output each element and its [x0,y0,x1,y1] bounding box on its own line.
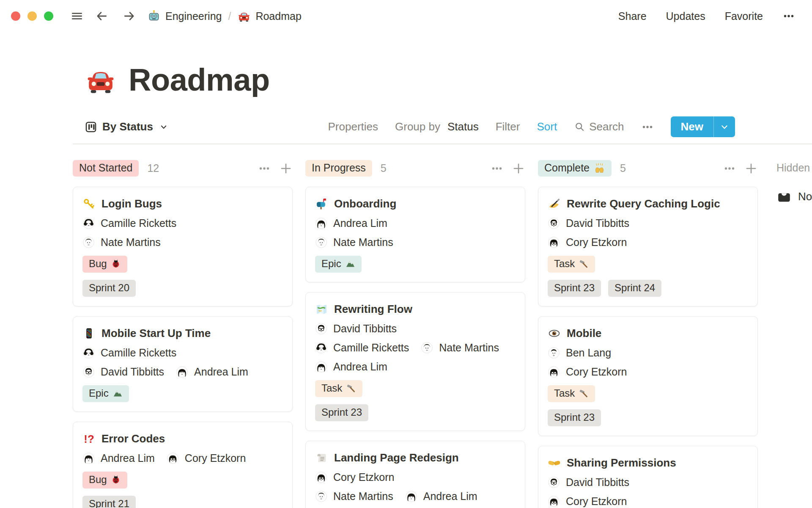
mountain-icon [112,388,123,398]
avatar-cory [548,236,560,248]
view-switcher[interactable]: By Status [85,120,168,133]
card[interactable]: !?Error CodesAndrea LimCory EtzkornBugSp… [73,422,293,508]
card-tag-row: Sprint 23 [548,409,748,426]
person-name: Nate Martins [101,236,161,248]
breadcrumb: Engineering / Roadmap [147,9,302,23]
column-status-badge[interactable]: In Progress [305,160,372,177]
hidden-group-no-status[interactable]: No Status [776,189,812,204]
search-label: Search [589,120,624,133]
person-name: Camille Ricketts [333,342,409,354]
more-options-icon[interactable] [782,10,795,22]
card[interactable]: Landing Page RedesignCory EtzkornNate Ma… [305,441,525,508]
car-icon[interactable] [85,64,117,96]
close-window-button[interactable] [11,11,20,21]
sidebar-menu-icon[interactable] [66,9,88,23]
phone-icon [82,327,96,340]
avatar-david [548,217,560,229]
card-title-row: Mobile [548,327,748,340]
column-cards: OnboardingAndrea LimNate MartinsEpicRewr… [305,187,525,508]
sort-button[interactable]: Sort [537,120,557,133]
card[interactable]: MobileBen LangCory EtzkornTaskSprint 23 [538,316,758,436]
card[interactable]: Rewriting FlowDavid TibbittsCamille Rick… [305,292,525,431]
tag-label: Sprint 23 [554,282,595,294]
ellipsis-icon [258,162,271,175]
card-title: Sharing Permissions [567,456,676,469]
chevron-down-icon [719,122,730,132]
card[interactable]: Sharing PermissionsDavid TibbittsCory Et… [538,446,758,508]
tag-label: Bug [89,474,107,486]
mailbox-icon [315,197,328,210]
tag-label: Sprint 20 [89,282,129,294]
column-status-badge[interactable]: Complete [538,160,612,177]
card-tag-row: Sprint 21 [82,496,283,508]
breadcrumb-workspace[interactable]: Engineering [147,9,222,23]
person-name: Nate Martins [333,236,393,248]
minimize-window-button[interactable] [27,11,37,21]
tag: Sprint 24 [608,280,661,297]
ladybug-icon [111,475,121,485]
page-header: Roadmap [85,63,812,97]
updates-button[interactable]: Updates [666,10,705,22]
person-name: Andrea Lim [333,217,387,229]
ellipsis-icon [491,162,503,175]
card-people-row: Andrea Lim [315,217,516,229]
key-icon [82,197,96,210]
column-status-badge[interactable]: Not Started [73,160,139,177]
page-title[interactable]: Roadmap [129,63,270,97]
filter-button[interactable]: Filter [496,120,520,133]
card-title-row: Sharing Permissions [548,456,748,469]
new-button-label[interactable]: New [671,116,713,137]
group-by-button[interactable]: Group byStatus [395,120,479,133]
column-menu-button[interactable] [723,162,736,175]
tag: Bug [82,256,127,273]
card-tag-row: Sprint 23Sprint 24 [548,280,748,297]
column-menu-button[interactable] [491,162,503,175]
chevron-down-icon [159,122,168,132]
card-people-row: Ben Lang [548,347,748,359]
person: Cory Etzkorn [315,471,394,483]
back-icon[interactable] [91,9,112,23]
search-button[interactable]: Search [574,120,624,133]
person: Nate Martins [315,490,393,502]
card-tag-row: Epic [315,256,516,273]
person-name: David Tibbitts [101,366,164,378]
column-add-card-button[interactable] [512,162,525,175]
share-button[interactable]: Share [618,10,647,22]
avatar-david [82,366,95,378]
column-add-card-button[interactable] [279,162,293,175]
new-button[interactable]: New [671,116,735,137]
card-title: Mobile [567,327,601,340]
hammer-icon [579,388,589,398]
person-name: David Tibbitts [333,323,397,335]
person-name: Cory Etzkorn [566,366,627,378]
person-name: Andrea Lim [333,361,387,373]
column-add-card-button[interactable] [744,162,758,175]
properties-button[interactable]: Properties [328,120,379,133]
column-cards: Login BugsCamille RickettsNate MartinsBu… [73,187,293,508]
new-dropdown-icon[interactable] [713,116,735,137]
handshake-icon [548,456,561,469]
card[interactable]: Mobile Start Up TimeCamille RickettsDavi… [73,316,293,412]
person: Andrea Lim [405,490,477,502]
board-view-icon [85,121,97,133]
view-options-icon[interactable] [641,121,654,133]
card[interactable]: Rewrite Query Caching LogicDavid Tibbitt… [538,187,758,306]
forward-icon [123,9,136,23]
group-by-value: Status [447,120,479,133]
breadcrumb-page[interactable]: Roadmap [237,9,301,23]
card-tag-row: Epic [82,385,283,402]
person-name: Cory Etzkorn [185,452,246,464]
card-title-row: Onboarding [315,197,516,210]
forward-icon[interactable] [118,9,140,23]
person: Cory Etzkorn [548,366,627,378]
card[interactable]: Login BugsCamille RickettsNate MartinsBu… [73,187,293,306]
favorite-button[interactable]: Favorite [725,10,763,22]
column-menu-button[interactable] [258,162,271,175]
person-name: Andrea Lim [194,366,248,378]
person: David Tibbitts [548,217,629,229]
zoom-window-button[interactable] [44,11,53,21]
card-people-row: Nate Martins [315,236,516,248]
card[interactable]: OnboardingAndrea LimNate MartinsEpic [305,187,525,282]
toolbar-divider [73,144,812,144]
card-title-row: Landing Page Redesign [315,451,516,464]
